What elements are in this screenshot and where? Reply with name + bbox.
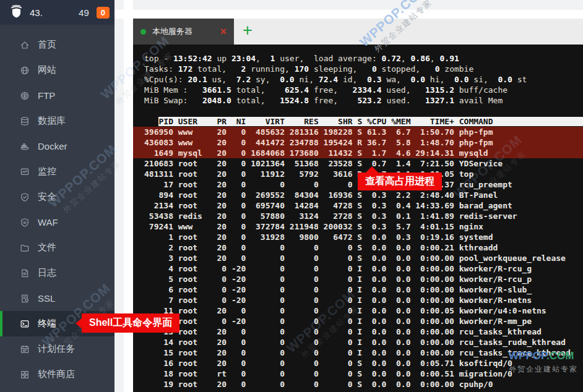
security-icon	[20, 192, 30, 202]
tab-local-server[interactable]: 本地服务器 ×	[133, 19, 234, 45]
database-icon	[20, 116, 30, 126]
process-row: 5 root 0 -20 0 0 0 I 0.0 0.0 0:00.00 kwo…	[133, 274, 583, 284]
process-row: 53438 redis 20 0 57880 3124 2728 S 0.3 0…	[133, 211, 583, 221]
sidebar-item-安全[interactable]: 安全	[0, 184, 114, 210]
sidebar-item-label: 计划任务	[38, 343, 75, 355]
panel-shield-icon	[9, 4, 24, 22]
sidebar-item-label: 网站	[38, 64, 56, 76]
annotation-shell-tool: Shell工具命令界面	[82, 313, 179, 333]
process-row: 14 root 20 0 0 0 0 I 0.0 0.0 0:00.00 rcu…	[133, 337, 583, 347]
monitor-icon	[20, 167, 30, 177]
process-row: 2134 root 20 0 695740 14284 4728 S 0.3 0…	[133, 200, 583, 211]
terminal-tabbar: 本地服务器 × +	[133, 19, 583, 45]
panel-header: 43. 49 0	[0, 0, 114, 25]
terminal-icon	[20, 319, 30, 329]
terminal[interactable]: top - 13:52:42 up 23:04, 1 user, load av…	[133, 45, 583, 392]
sidebar-item-监控[interactable]: 监控	[0, 159, 114, 184]
sidebar-item-软件商店[interactable]: 软件商店	[0, 362, 114, 387]
app-root: 43. 49 0 首页网站FTP数据库Docker监控安全WAF文件日志SSL终…	[0, 0, 583, 392]
sidebar-item-数据库[interactable]: 数据库	[0, 108, 114, 134]
header-count: 49	[79, 7, 89, 18]
annotation-arrow-up-icon	[365, 166, 379, 173]
sidebar-item-label: FTP	[38, 90, 55, 101]
appstore-icon	[20, 370, 30, 380]
annotation-arrow-left-icon	[76, 318, 82, 329]
top-summary-line: MiB Mem : 3661.5 total, 625.4 free, 2334…	[133, 85, 583, 95]
sidebar-menu: 首页网站FTP数据库Docker监控安全WAF文件日志SSL终端计划任务软件商店	[0, 25, 114, 387]
brand-name-green: .COM	[546, 350, 574, 362]
process-row: 1 root 20 0 31928 9800 6472 S 0.0 0.3 0:…	[133, 232, 583, 242]
sidebar-item-label: 安全	[38, 191, 56, 203]
ftp-icon	[20, 91, 30, 101]
site-icon	[20, 66, 30, 75]
top-summary-line: top - 13:52:42 up 23:04, 1 user, load av…	[133, 53, 583, 64]
sidebar-item-首页[interactable]: 首页	[0, 32, 114, 58]
sidebar-item-label: WAF	[38, 217, 58, 228]
brand-name-blue: WPPOP	[509, 350, 546, 362]
sidebar-item-SSL[interactable]: SSL	[0, 286, 114, 311]
sidebar-item-label: 终端	[38, 318, 56, 330]
top-summary-line: MiB Swap: 2048.0 total, 1524.8 free, 523…	[133, 95, 583, 106]
sidebar-item-WAF[interactable]: WAF	[0, 210, 114, 235]
process-row: 19 root 20 0 0 0 0 S 0.0 0.0 0:00.00 cpu…	[133, 379, 583, 390]
process-row: 11 root 20 0 0 0 0 I 0.0 0.0 0:00.05 kwo…	[133, 305, 583, 316]
process-row: 1649 mysql 20 0 1684068 173680 11432 S 1…	[133, 148, 583, 158]
ssl-icon	[20, 294, 30, 304]
terminal-output: top - 13:52:42 up 23:04, 1 user, load av…	[133, 45, 583, 390]
process-row: 894 root 20 0 269552 84304 16936 S 0.3 2…	[133, 190, 583, 200]
sidebar-item-label: 软件商店	[38, 369, 75, 380]
process-row: 13 root 20 0 0 0 0 I 0.0 0.0 0:00.00 rcu…	[133, 326, 583, 337]
logs-icon	[20, 268, 30, 278]
process-row: 7 root 0 -20 0 0 0 I 0.0 0.0 0:00.00 kwo…	[133, 295, 583, 305]
brand-name: WPPOP.COM	[509, 350, 578, 362]
sidebar-item-FTP[interactable]: FTP	[0, 83, 114, 108]
brand-watermark: WPPOP.COM 外贸企业建站专家	[509, 350, 578, 375]
sidebar-item-label: SSL	[38, 293, 55, 304]
docker-icon	[20, 142, 30, 151]
process-row: 210683 root 20 0 1021364 51368 23528 S 0…	[133, 158, 583, 169]
sidebar-item-网站[interactable]: 网站	[0, 58, 114, 83]
sidebar-item-label: 数据库	[38, 115, 66, 127]
sidebar-item-label: 日志	[38, 267, 56, 279]
process-row: 6 root 0 -20 0 0 0 I 0.0 0.0 0:00.00 kwo…	[133, 284, 583, 295]
sidebar-gutter	[124, 0, 133, 392]
tab-close-icon[interactable]: ×	[220, 26, 227, 37]
home-icon	[20, 40, 30, 50]
sidebar-item-日志[interactable]: 日志	[0, 260, 114, 286]
waf-icon	[20, 218, 30, 228]
process-row: 4 root 0 -20 0 0 0 I 0.0 0.0 0:00.00 kwo…	[133, 263, 583, 274]
process-row: 79241 www 20 0 372784 211948 200032 S 0.…	[133, 221, 583, 232]
connection-status-dot-icon	[140, 29, 146, 35]
sidebar-item-label: 首页	[38, 39, 56, 51]
sidebar-item-label: Docker	[38, 141, 67, 151]
notification-badge[interactable]: 0	[97, 7, 110, 19]
tab-label: 本地服务器	[152, 26, 192, 37]
sidebar-item-计划任务[interactable]: 计划任务	[0, 336, 114, 362]
annotation-shell-tool-text: Shell工具命令界面	[89, 317, 172, 330]
top-summary-line: %Cpu(s): 20.1 us, 7.2 sy, 0.0 ni, 72.4 i…	[133, 74, 583, 85]
annotation-high-usage-text: 查看高占用进程	[365, 175, 434, 188]
process-row: 3 root 20 0 0 0 0 S 0.0 0.0 0:00.00 pool…	[133, 253, 583, 263]
sidebar-item-label: 文件	[38, 242, 56, 254]
process-row: 396950 www 20 0 485632 281316 198228 S 6…	[133, 127, 583, 137]
blank-line	[133, 106, 583, 116]
cron-icon	[20, 344, 30, 354]
process-row: 2 root 20 0 0 0 0 S 0.0 0.0 0:00.21 kthr…	[133, 242, 583, 253]
annotation-high-usage: 查看高占用进程	[358, 173, 442, 190]
process-table-header: PID USER PR NI VIRT RES SHR S %CPU %MEM …	[133, 116, 583, 127]
sidebar-item-Docker[interactable]: Docker	[0, 134, 114, 159]
process-row: 436083 www 20 0 441472 234788 195424 R 3…	[133, 137, 583, 148]
new-tab-button[interactable]: +	[243, 19, 253, 45]
top-strip	[114, 10, 583, 19]
sidebar-item-label: 监控	[38, 166, 56, 177]
top-summary-line: Tasks: 172 total, 2 running, 170 sleepin…	[133, 64, 583, 74]
files-icon	[20, 243, 30, 253]
process-row: 12 root 0 -20 0 0 0 I 0.0 0.0 0:00.00 kw…	[133, 316, 583, 326]
sidebar: 43. 49 0 首页网站FTP数据库Docker监控安全WAF文件日志SSL终…	[0, 0, 114, 392]
server-name: 43.	[30, 7, 43, 18]
sidebar-item-文件[interactable]: 文件	[0, 235, 114, 260]
brand-tagline: 外贸企业建站专家	[509, 364, 578, 375]
